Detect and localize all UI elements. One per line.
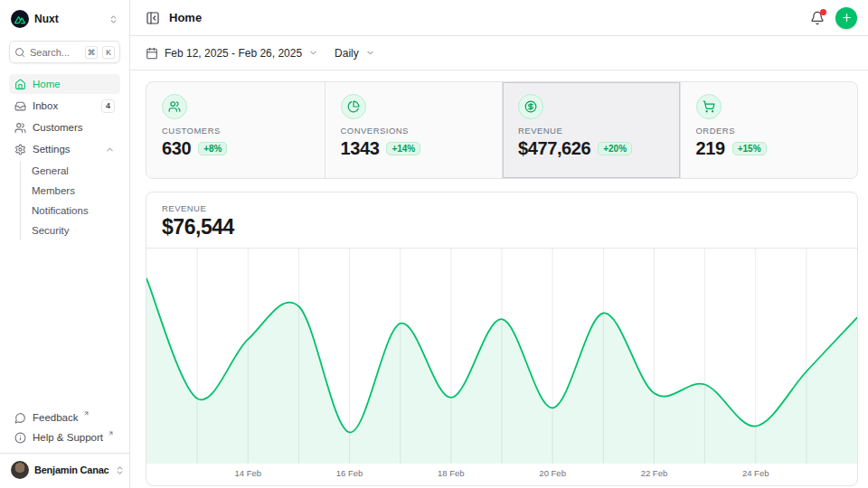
workspace-name: Nuxt	[34, 13, 103, 25]
stat-card-customers[interactable]: CUSTOMERS 630 +8%	[146, 82, 325, 178]
submenu-label: General	[32, 165, 69, 176]
main-area: Home Feb 12, 2	[130, 0, 868, 488]
stat-label: ORDERS	[696, 126, 843, 136]
search-input[interactable]: Search... ⌘ K	[9, 41, 120, 63]
sidebar-spacer	[9, 240, 120, 408]
notification-dot	[820, 9, 826, 15]
stat-value: 1343	[341, 138, 380, 159]
chart-metric-label: REVENUE	[162, 203, 842, 213]
chart-x-axis: 14 Feb16 Feb18 Feb20 Feb22 Feb24 Feb	[146, 464, 857, 485]
info-circle-icon	[14, 432, 26, 444]
stat-label: CUSTOMERS	[162, 126, 309, 136]
shopping-cart-icon	[696, 94, 722, 119]
sidebar-item-security[interactable]: Security	[21, 221, 120, 240]
chart-metric-value: $76,544	[162, 215, 842, 239]
footer-link-label: Feedback	[33, 412, 79, 423]
submenu-label: Security	[32, 225, 70, 236]
stat-delta-badge: +14%	[386, 142, 420, 155]
sidebar-item-label: Customers	[33, 122, 83, 133]
nuxt-logo-icon	[11, 10, 29, 28]
date-range-label: Feb 12, 2025 - Feb 26, 2025	[165, 47, 302, 60]
chevron-down-icon	[365, 48, 375, 58]
sidebar-item-general[interactable]: General	[21, 161, 120, 181]
x-tick-label: 14 Feb	[234, 468, 261, 478]
avatar	[11, 461, 29, 479]
x-tick-label: 22 Feb	[641, 468, 668, 478]
users-icon	[14, 122, 26, 134]
stat-value: 219	[696, 138, 725, 159]
search-icon	[14, 47, 25, 58]
users-icon	[162, 94, 187, 119]
plus-icon	[841, 12, 853, 23]
chart-svg	[146, 249, 857, 464]
search-placeholder: Search...	[30, 47, 80, 58]
sidebar-item-settings[interactable]: Settings	[9, 139, 120, 159]
x-tick-label: 18 Feb	[438, 468, 465, 478]
stat-card-revenue[interactable]: REVENUE $477,626 +20%	[502, 82, 680, 178]
stat-label: REVENUE	[518, 126, 665, 136]
header-actions	[810, 7, 857, 29]
collapse-sidebar-button[interactable]	[146, 11, 160, 25]
stat-delta-badge: +15%	[732, 142, 767, 155]
chart-header: REVENUE $76,544	[146, 192, 857, 249]
page-title: Home	[169, 11, 202, 24]
sidebar-item-notifications[interactable]: Notifications	[21, 201, 120, 221]
sidebar-item-label: Inbox	[33, 100, 58, 111]
x-tick-label: 24 Feb	[742, 468, 769, 478]
revenue-area-chart[interactable]	[146, 249, 857, 464]
dollar-circle-icon	[518, 94, 543, 119]
inbox-icon	[14, 100, 26, 112]
feedback-link[interactable]: Feedback	[9, 408, 120, 427]
sidebar: Nuxt Search... ⌘ K Home	[0, 0, 130, 488]
arrow-up-right-icon	[83, 410, 90, 417]
stat-card-orders[interactable]: ORDERS 219 +15%	[680, 82, 858, 178]
calendar-icon	[146, 47, 158, 60]
footer-link-label: Help & Support	[33, 432, 103, 443]
date-range-picker[interactable]: Feb 12, 2025 - Feb 26, 2025	[146, 47, 318, 60]
chevron-up-icon	[105, 145, 115, 155]
sidebar-nav: Home Inbox 4 Customers Settings	[9, 74, 120, 240]
stat-value: $477,626	[518, 138, 590, 159]
x-tick-label: 16 Feb	[336, 468, 363, 478]
x-tick-label: 20 Feb	[539, 468, 566, 478]
stat-card-conversions[interactable]: CONVERSIONS 1343 +14%	[325, 82, 503, 178]
chevron-down-icon	[308, 48, 318, 58]
chevrons-up-down-icon	[115, 465, 125, 475]
stat-delta-badge: +20%	[598, 142, 632, 155]
granularity-label: Daily	[335, 47, 359, 60]
page-header: Home	[130, 0, 868, 36]
kbd-cmd: ⌘	[85, 46, 98, 59]
inbox-count-badge: 4	[101, 99, 115, 113]
settings-submenu: General Members Notifications Security	[20, 161, 120, 240]
arrow-up-right-icon	[108, 430, 114, 436]
workspace-switcher[interactable]: Nuxt	[9, 9, 120, 29]
chevrons-up-down-icon	[108, 14, 118, 24]
home-icon	[14, 79, 26, 90]
submenu-label: Members	[32, 185, 75, 196]
stat-delta-badge: +8%	[198, 142, 227, 155]
dashboard-content: CUSTOMERS 630 +8% CONVERSIONS 1343 +14%	[130, 70, 868, 488]
filters-toolbar: Feb 12, 2025 - Feb 26, 2025 Daily	[130, 36, 868, 70]
help-support-link[interactable]: Help & Support	[9, 427, 120, 447]
sidebar-item-inbox[interactable]: Inbox 4	[9, 96, 120, 116]
stat-label: CONVERSIONS	[341, 126, 487, 136]
stat-value: 630	[162, 138, 191, 159]
submenu-label: Notifications	[32, 205, 89, 216]
app-window: Nuxt Search... ⌘ K Home	[0, 0, 868, 488]
granularity-select[interactable]: Daily	[335, 47, 375, 60]
kbd-k: K	[102, 46, 115, 59]
sidebar-item-home[interactable]: Home	[9, 74, 120, 94]
sidebar-item-label: Settings	[33, 144, 71, 155]
stats-row: CUSTOMERS 630 +8% CONVERSIONS 1343 +14%	[146, 81, 858, 179]
sidebar-item-members[interactable]: Members	[21, 181, 120, 201]
revenue-chart-panel: REVENUE $76,544 14 Feb16 Feb18 Feb20 Feb…	[146, 192, 858, 486]
add-button[interactable]	[835, 7, 857, 29]
notifications-button[interactable]	[810, 11, 825, 25]
panel-left-close-icon	[146, 11, 160, 25]
user-menu[interactable]: Benjamin Canac	[9, 454, 120, 481]
sidebar-item-label: Home	[33, 79, 61, 89]
gear-icon	[14, 144, 26, 155]
user-name: Benjamin Canac	[34, 465, 109, 475]
sidebar-item-customers[interactable]: Customers	[9, 117, 120, 137]
message-bubble-icon	[14, 412, 26, 424]
